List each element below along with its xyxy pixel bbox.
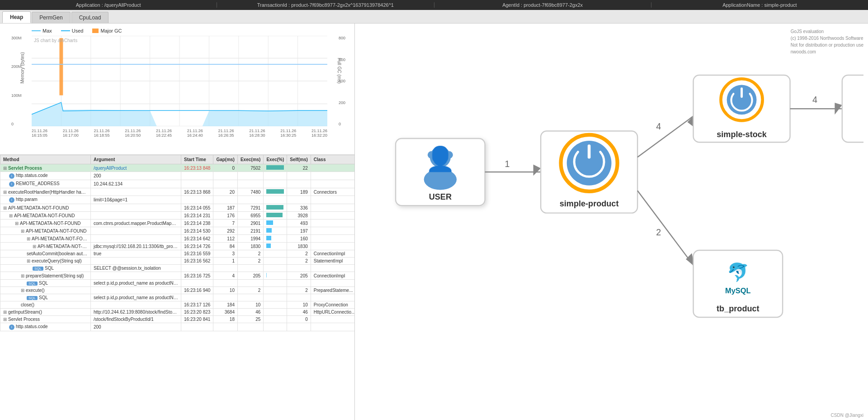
- method-cell: ⊞Servlet Process: [0, 316, 91, 323]
- starttime-cell: 16:23:14 231: [181, 212, 213, 220]
- svg-text:simple-stock: simple-stock: [717, 130, 767, 139]
- application-name-label: ApplicationName : simple-product: [651, 2, 868, 8]
- right-panel: GoJS evaluation (c) 1998-2016 Northwoods…: [355, 24, 868, 420]
- self-cell: 189: [287, 188, 311, 196]
- gap-cell: 7: [213, 220, 238, 227]
- table-row[interactable]: ⊞Servlet Process/queryAllProduct16:23:13…: [0, 164, 355, 172]
- execpct-cell: [264, 287, 287, 294]
- application-label: Application : /queryAllProduct: [0, 2, 217, 8]
- starttime-cell: 16:23:16 562: [181, 258, 213, 265]
- x-label-5: 21.11.2616:24:40: [187, 129, 203, 138]
- table-row[interactable]: SQLSQLSELECT @@session.tx_isolation: [0, 265, 355, 272]
- table-row[interactable]: SQLSQLselect p.id,p.product_name as prod…: [0, 294, 355, 301]
- table-row[interactable]: SQLSQLselect p.id,p.product_name as prod…: [0, 280, 355, 287]
- table-row[interactable]: ⊞getInputStream()http://10.244.62.139:80…: [0, 309, 355, 316]
- gap-cell: 20: [213, 188, 238, 196]
- self-cell: 2: [287, 250, 311, 258]
- argument-cell: select p.id,p.product_name as productNam…: [91, 280, 181, 287]
- table-row[interactable]: ⊞API-METADATA-NOT-FOUNDjdbc:mysql://192.…: [0, 243, 355, 250]
- self-cell: 46: [287, 309, 311, 316]
- execpct-cell: [264, 220, 287, 227]
- exec-cell: 2: [237, 258, 263, 265]
- legend-max-label: Max: [42, 28, 52, 33]
- table-area[interactable]: Method Argument Start Time Gap(ms) Exec(…: [0, 155, 354, 420]
- method-cell: ⊞Servlet Process: [0, 164, 91, 172]
- table-row[interactable]: ⊞API-METADATA-NOT-FOUND16:23:14 23117669…: [0, 212, 355, 220]
- starttime-cell: 16:23:13 868: [181, 188, 213, 196]
- class-cell: [311, 196, 354, 204]
- col-exec: Exec(ms): [237, 155, 263, 164]
- table-row[interactable]: ihttp.status.code200: [0, 323, 355, 331]
- argument-cell: http://10.244.62.139:8080/stock/findStoc…: [91, 309, 181, 316]
- table-row[interactable]: setAutoCommit(boolean autoCommitFlag)tru…: [0, 250, 355, 258]
- watermark-bottom: CSDN @Jiangxi: [831, 413, 863, 418]
- class-cell: [311, 220, 354, 227]
- chart-watermark: JS chart by amCharts: [34, 38, 77, 43]
- execpct-cell: [264, 272, 287, 280]
- self-cell: 160: [287, 235, 311, 243]
- self-cell: 2: [287, 287, 311, 294]
- table-row[interactable]: ⊞API-METADATA-NOT-FOUND16:23:14 64211219…: [0, 235, 355, 243]
- method-cell: ⊞execute(): [0, 287, 91, 294]
- starttime-cell: 16:23:14 642: [181, 235, 213, 243]
- arrow-label-4a: 4: [656, 121, 661, 131]
- method-cell: SQLSQL: [0, 265, 91, 272]
- exec-cell: 1830: [237, 243, 263, 250]
- arrow-2: [637, 191, 693, 265]
- gap-cell: 3: [213, 250, 238, 258]
- table-row[interactable]: ihttp.paramlimit=10&page=1: [0, 196, 355, 204]
- svg-rect-14: [59, 38, 63, 95]
- legend-used: Used: [61, 28, 84, 33]
- x-axis-labels: 21.11.2616:15:05 21.11.2616:17:00 21.11.…: [32, 129, 327, 138]
- y-right-0: 0: [339, 122, 345, 126]
- table-row[interactable]: iREMOTE_ADDRESS10.244.62.134: [0, 180, 355, 188]
- starttime-cell: [181, 294, 213, 301]
- argument-cell: 200: [91, 172, 181, 180]
- tab-cpuload[interactable]: CpuLoad: [71, 12, 109, 23]
- exec-cell: [237, 280, 263, 287]
- class-cell: ConnectionImpl: [311, 250, 354, 258]
- class-cell: [311, 164, 354, 172]
- exec-cell: [237, 196, 263, 204]
- y-axis-left: 300M 200M 100M 0: [11, 36, 22, 126]
- table-row[interactable]: ⊞execute()16:23:16 9401022PreparedStatem…: [0, 287, 355, 294]
- exec-cell: 7502: [237, 164, 263, 172]
- table-row[interactable]: ⊞Servlet Process/stock/findStockByProduc…: [0, 316, 355, 323]
- starttime-cell: 16:23:14 055: [181, 204, 213, 212]
- main-content: Max Used Major GC JS chart by amCharts M…: [0, 24, 868, 420]
- tab-permgen[interactable]: PermGen: [32, 12, 70, 23]
- tab-heap[interactable]: Heap: [2, 11, 31, 23]
- arrow-label-1: 1: [505, 159, 510, 169]
- argument-cell: /stock/findStockByProductId/1: [91, 316, 181, 323]
- arrow-label-4b: 4: [812, 95, 817, 105]
- starttime-cell: [181, 196, 213, 204]
- gap-cell: 18: [213, 316, 238, 323]
- argument-cell: com.ctnrs.product.mapper.ProductMapper.q…: [91, 220, 181, 227]
- svg-text:🐬: 🐬: [727, 262, 750, 283]
- exec-cell: [237, 323, 263, 331]
- table-row[interactable]: ⊞executeQuery(String sql)16:23:16 562122…: [0, 258, 355, 265]
- self-cell: 22: [287, 164, 311, 172]
- method-cell: ⊞API-METADATA-NOT-FOUND: [0, 243, 91, 250]
- table-row[interactable]: ⊞API-METADATA-NOT-FOUNDcom.ctnrs.product…: [0, 220, 355, 227]
- starttime-cell: [181, 180, 213, 188]
- legend-used-label: Used: [72, 28, 84, 33]
- gap-cell: [213, 294, 238, 301]
- legend-max-line: [32, 30, 41, 31]
- legend-majorgc-label: Major GC: [100, 28, 122, 33]
- class-cell: ConnectionImpl: [311, 272, 354, 280]
- argument-cell: [91, 235, 181, 243]
- user-node: 👤 USER: [396, 138, 485, 205]
- argument-cell: [91, 227, 181, 235]
- table-row[interactable]: ihttp.status.code200: [0, 172, 355, 180]
- self-cell: 205: [287, 272, 311, 280]
- table-row[interactable]: ⊞API-METADATA-NOT-FOUND16:23:14 53029221…: [0, 227, 355, 235]
- gap-cell: 3684: [213, 309, 238, 316]
- table-row[interactable]: ⊞API-METADATA-NOT-FOUND16:23:14 05518772…: [0, 204, 355, 212]
- table-row[interactable]: close()16:23:17 1261841010ProxyConnectio…: [0, 301, 355, 309]
- col-class: Class: [311, 155, 354, 164]
- x-label-0: 21.11.2616:15:05: [32, 129, 47, 138]
- table-row[interactable]: ⊞prepareStatement(String sql)16:23:16 72…: [0, 272, 355, 280]
- method-cell: ihttp.status.code: [0, 172, 91, 180]
- table-row[interactable]: ⊞executeRootHandler(HttpHandler handler,…: [0, 188, 355, 196]
